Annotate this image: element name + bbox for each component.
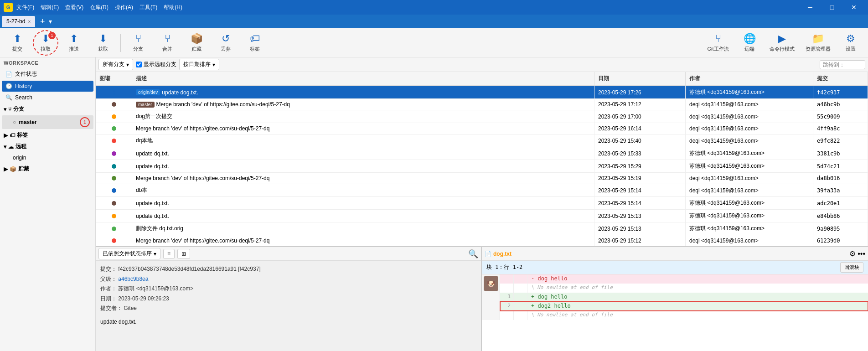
close-button[interactable]: ✕ [843,0,864,15]
history-row-7[interactable]: Merge branch 'dev' of https://gitee.com/… [96,173,868,184]
revert-block-button[interactable]: 回滚块 [840,262,863,273]
menu-edit[interactable]: 编辑(E) [41,4,59,11]
new-tab-button[interactable]: + [37,16,48,27]
header-description: 描述 [132,72,594,85]
tags-toggle-arrow: ▶ [4,132,8,139]
remote-button[interactable]: 🌐 远端 [736,30,763,56]
terminal-icon: ▶ [778,33,786,45]
graph-cell-11 [96,222,132,235]
tree-view-button[interactable]: ⊞ [177,249,190,259]
sidebar-remote-origin[interactable]: origin [2,153,93,163]
header-date: 日期 [594,72,686,85]
description-text-6: update dq.txt. [136,163,169,170]
file-icon: 📄 [485,251,491,257]
history-row-1[interactable]: masterMerge branch 'dev' of https://gite… [96,99,868,110]
commit-cell-2: 55c9009 [813,110,868,123]
tag-button[interactable]: 🏷 标签 [241,30,269,56]
toolbar-right: ⑂ Git工作流 🌐 远端 ▶ 命令行模式 📁 资源管理器 ⚙ 设置 [702,30,864,56]
sort-by-filestatus-dropdown[interactable]: 已依照文件状态排序 ▾ [98,248,160,259]
merge-label: 合并 [162,46,172,52]
terminal-button[interactable]: ▶ 命令行模式 [765,30,799,56]
pull-button[interactable]: ⬇ 拉取 1 [33,30,58,56]
diff-settings-icon[interactable]: ⚙ [849,249,856,258]
main-toolbar: ⬆ 提交 ⬇ 拉取 1 ⬆ 推送 ⬇ 获取 ⑂ 分支 ⑂ 合并 📦 贮藏 ↺ 丢… [0,28,868,57]
menu-file[interactable]: 文件(F) [16,4,34,11]
graph-cell-7 [96,173,132,184]
branch-badge-circle: 1 [80,117,90,127]
merge-button[interactable]: ⑂ 合并 [154,30,181,56]
history-row-10[interactable]: update dq.txt.2023-05-29 15:13苏德琪 <dq314… [96,210,868,222]
jump-input[interactable] [820,60,865,69]
history-row-9[interactable]: update dq.txt.2023-05-29 15:14苏德琪 <dq314… [96,197,868,210]
diff-nochange-content: \ No newline at end of file [527,284,616,293]
commit-cell-5: 3381c9b [813,147,868,160]
branches-toggle[interactable]: ▾ ⑂ 分支 [0,103,95,115]
description-text-5: update dq.txt. [136,150,169,157]
show-remote-checkbox-label[interactable]: 显示远程分支 [136,61,176,68]
sidebar-branch-master[interactable]: ○ master 1 [2,115,93,129]
commit-button[interactable]: ⬆ 提交 [4,30,31,56]
history-row-4[interactable]: dq本地2023-05-29 15:40deqi <dq314159@163.c… [96,134,868,147]
diff-line-content-added-2: + dog2 hello [527,302,868,311]
stash-toggle[interactable]: ▶ 📦 贮藏 [0,163,95,175]
date-cell-9: 2023-05-29 15:14 [594,197,686,209]
list-view-button[interactable]: ≡ [163,249,175,259]
sidebar-item-history[interactable]: 🕐 History [2,81,93,92]
branch-button[interactable]: ⑂ 分支 [124,30,152,56]
branch-label: 分支 [133,46,143,52]
description-cell-0: origin/devupdate dog.txt. [132,86,594,98]
tab-dropdown-arrow[interactable]: ▾ [49,18,52,25]
push-button[interactable]: ⬆ 推送 [60,30,88,56]
history-row-2[interactable]: dog第一次提交2023-05-29 17:00deqi <dq314159@1… [96,110,868,123]
graph-cell-10 [96,210,132,222]
description-cell-11: 删除文件 dq.txt.orig [132,222,594,235]
diff-more-icon[interactable]: ••• [858,250,865,258]
tags-toggle[interactable]: ▶ 🏷 标签 [0,129,95,141]
description-cell-9: update dq.txt. [132,197,594,209]
graph-cell-3 [96,123,132,134]
fetch-button[interactable]: ⬇ 获取 [89,30,117,56]
show-remote-checkbox[interactable] [136,62,142,67]
diff-content: 🐶 - dog hello [482,274,868,320]
sort-dropdown-arrow: ▾ [154,251,156,257]
diff-line-num-left-2: 2 [500,302,514,311]
description-cell-1: masterMerge branch 'dev' of https://gite… [132,99,594,110]
history-row-3[interactable]: Merge branch 'dev' of https://gitee.com/… [96,123,868,134]
history-row-12[interactable]: Merge branch 'dev' of https://gitee.com/… [96,235,868,246]
search-files-icon[interactable]: 🔍 [468,249,478,259]
author-cell-2: deqi <dq314159@163.com> [686,110,813,123]
sidebar-item-filestatus[interactable]: 📄 文件状态 [2,68,93,80]
gitflow-button[interactable]: ⑂ Git工作流 [702,30,734,56]
sidebar-item-search[interactable]: 🔍 Search [2,92,93,103]
description-cell-8: db本 [132,184,594,196]
menu-help[interactable]: 帮助(H) [164,4,182,11]
diff-line-num-2 [514,311,527,320]
history-row-0[interactable]: origin/devupdate dog.txt.2023-05-29 17:2… [96,86,868,99]
history-row-11[interactable]: 删除文件 dq.txt.orig2023-05-29 15:13苏德琪 <dq3… [96,222,868,235]
menu-action[interactable]: 操作(A) [115,4,133,11]
branch-filter-label: 所有分支 [103,61,124,68]
header-graph: 图谱 [96,72,132,85]
discard-button[interactable]: ↺ 丢弃 [212,30,239,56]
graph-dot-4 [112,139,116,143]
tab-close-button[interactable]: × [28,19,31,24]
date-cell-0: 2023-05-29 17:26 [594,86,686,98]
stash-button[interactable]: 📦 贮藏 [183,30,210,56]
tab-5-27-bd[interactable]: 5-27-bd × [2,16,35,27]
minimize-button[interactable]: ─ [800,0,821,15]
menu-repo[interactable]: 仓库(R) [90,4,108,11]
maximize-button[interactable]: □ [822,0,842,15]
menu-view[interactable]: 查看(V) [65,4,83,11]
history-row-6[interactable]: update dq.txt.2023-05-29 15:29苏德琪 <dq314… [96,160,868,173]
explorer-button[interactable]: 📁 资源管理器 [801,30,835,56]
sort-dropdown[interactable]: 按日期排序 ▾ [179,59,219,70]
menu-tools[interactable]: 工具(T) [140,4,157,11]
branch-filter-dropdown[interactable]: 所有分支 ▾ [98,59,133,70]
history-row-5[interactable]: update dq.txt.2023-05-29 15:33苏德琪 <dq314… [96,147,868,160]
history-row-8[interactable]: db本2023-05-29 15:14deqi <dq314159@163.co… [96,184,868,197]
remotes-toggle[interactable]: ▾ ☁ 远程 [0,141,95,152]
settings-button[interactable]: ⚙ 设置 [837,30,864,56]
author-cell-6: 苏德琪 <dq314159@163.com> [686,160,813,172]
author-cell-1: deqi <dq314159@163.com> [686,99,813,110]
commit-parent-value[interactable]: a46bc9b8ea [118,276,148,282]
